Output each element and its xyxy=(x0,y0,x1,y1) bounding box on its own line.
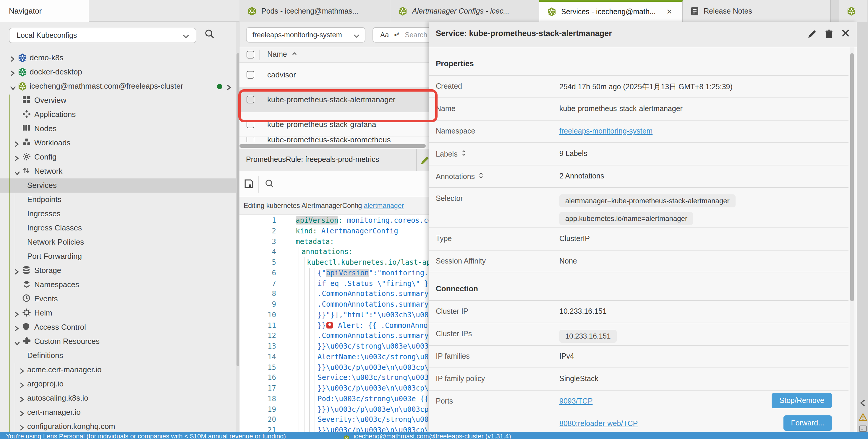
sidebar-item-nodes[interactable]: Nodes xyxy=(0,122,236,136)
sidebar-item-label: Network xyxy=(34,166,62,175)
select-all-checkbox[interactable] xyxy=(247,51,254,59)
chevron-right-icon[interactable] xyxy=(14,310,19,319)
tab-pods-icecheng-mathmas-[interactable]: Pods - icecheng@mathmas... xyxy=(240,0,390,22)
chevron-down-icon[interactable] xyxy=(14,168,20,177)
code-token: {" xyxy=(317,269,326,277)
editing-resource-link[interactable]: alertmanager xyxy=(364,202,404,209)
namespace-link[interactable]: freeleaps-monitoring-system xyxy=(559,127,652,135)
tab-services-icecheng-math-[interactable]: Services - icecheng@math...✕ xyxy=(539,0,683,22)
close-icon[interactable]: ✕ xyxy=(666,8,672,16)
sidebar-item-helm[interactable]: Helm xyxy=(0,306,236,320)
sidebar-item-endpoints[interactable]: Endpoints xyxy=(0,193,236,207)
chevron-right-icon[interactable] xyxy=(20,381,24,390)
row-checkbox[interactable] xyxy=(247,137,254,142)
chevron-right-icon[interactable] xyxy=(14,140,19,149)
sort-toggle-icon[interactable] xyxy=(478,172,484,181)
sidebar-item-argoproj-io[interactable]: argoproj.io xyxy=(0,377,236,391)
sidebar-item-workloads[interactable]: Workloads xyxy=(0,136,236,150)
sidebar-item-docker-desktop[interactable]: docker-desktop xyxy=(0,65,236,79)
sidebar-item-configuration-konghq-com[interactable]: configuration.konghq.com xyxy=(0,419,236,432)
right-edge-gutter xyxy=(857,22,868,432)
sidebar-item-ingress-classes[interactable]: Ingress Classes xyxy=(0,221,236,235)
chevron-right-icon[interactable] xyxy=(20,409,24,418)
forward--button[interactable]: Forward... xyxy=(783,415,832,431)
tab-label: Alertmanager Configs - icec... xyxy=(412,7,509,15)
code-line-13: }}\u003c/strong\u003e\u003c/h3 xyxy=(317,341,430,352)
chevron-right-icon[interactable] xyxy=(20,395,24,404)
sidebar-item-port-forwarding[interactable]: Port Forwarding xyxy=(0,249,236,264)
stop-remove-button[interactable]: Stop/Remove xyxy=(772,393,832,408)
sidebar-item-config[interactable]: Config xyxy=(0,150,236,164)
sort-ascending-icon[interactable] xyxy=(291,50,298,59)
row-checkbox[interactable] xyxy=(247,71,254,78)
horizontal-scrollbar[interactable] xyxy=(240,143,430,149)
warning-triangle-icon[interactable] xyxy=(859,413,867,424)
chevron-right-icon[interactable] xyxy=(14,325,19,333)
editor-search-icon[interactable] xyxy=(265,179,274,191)
code-token: annotations: xyxy=(302,248,353,256)
sidebar-item-ingresses[interactable]: Ingresses xyxy=(0,207,236,221)
kubeconfig-selector[interactable]: Local Kubeconfigs xyxy=(9,28,196,43)
tab-partial[interactable] xyxy=(839,0,867,22)
sidebar-item-events[interactable]: Events xyxy=(0,292,236,306)
cluster-status-text[interactable]: icecheng@mathmast.com@freeleaps-cluster … xyxy=(353,433,511,439)
search-icon[interactable] xyxy=(205,29,215,41)
sidebar-item-acme-cert-manager-io[interactable]: acme.cert-manager.io xyxy=(0,363,236,377)
config-icon xyxy=(23,153,31,163)
navigator-tab[interactable]: Navigator xyxy=(0,0,89,22)
match-case-toggle[interactable]: Aa xyxy=(380,31,389,39)
kubernetes-icon xyxy=(398,6,407,16)
sort-toggle-icon[interactable] xyxy=(461,149,467,158)
save-icon[interactable] xyxy=(244,179,254,191)
connected-status-dot xyxy=(217,84,222,89)
row-label: Namespace xyxy=(436,127,475,135)
table-row-cadvisor[interactable]: cadvisor xyxy=(240,63,430,88)
sidebar-item-applications[interactable]: Applications xyxy=(0,107,236,122)
delete-trash-icon[interactable] xyxy=(825,30,833,41)
sidebar-item-overview[interactable]: Overview xyxy=(0,93,236,107)
sidebar-item-namespaces[interactable]: Namespaces xyxy=(0,278,236,292)
port-link[interactable]: 9093/TCP xyxy=(559,397,593,405)
table-row-kube-prometheus-stack-prometheus[interactable]: kube-prometheus-stack-prometheus xyxy=(240,137,430,142)
sidebar-item-storage[interactable]: Storage xyxy=(0,264,236,278)
sidebar-item-custom-resources[interactable]: Custom Resources xyxy=(0,334,236,348)
port-link[interactable]: 8080:reloader-web/TCP xyxy=(559,419,638,428)
search-input[interactable]: Aa ▪* Search xyxy=(373,27,430,42)
line-number: 13 xyxy=(240,341,276,352)
row-value: IPv4 xyxy=(559,352,574,361)
edit-pencil-icon[interactable] xyxy=(808,30,816,41)
horizontal-scrollbar-thumb[interactable] xyxy=(240,144,426,148)
sidebar-item-definitions[interactable]: Definitions xyxy=(0,348,236,363)
chevron-right-icon[interactable] xyxy=(20,367,24,376)
sidebar-item-services[interactable]: Services xyxy=(0,178,236,193)
edit-pencil-icon[interactable] xyxy=(421,156,429,167)
chevron-right-icon[interactable] xyxy=(14,154,19,163)
regex-toggle[interactable]: ▪* xyxy=(394,31,399,39)
yaml-editor[interactable]: 1apiVersion: monitoring.coreos.com/v12ki… xyxy=(240,215,430,432)
sidebar-item-demo-k8s[interactable]: demo-k8s xyxy=(0,51,236,65)
detail-scrollbar-thumb[interactable] xyxy=(850,53,854,301)
namespace-selector[interactable]: freeleaps-monitoring-system xyxy=(246,27,365,42)
name-column-header[interactable]: Name xyxy=(267,50,287,59)
sidebar-item-label: acme.cert-manager.io xyxy=(27,365,101,374)
close-icon[interactable] xyxy=(841,29,850,40)
license-status-text: You're using Lens Personal (for individu… xyxy=(6,433,286,439)
sidebar-item-network[interactable]: Network xyxy=(0,164,236,178)
sidebar-item-network-policies[interactable]: Network Policies xyxy=(0,235,236,249)
code-line-17: }}\u003c/p\u003e\n\u003cp\u003 xyxy=(317,383,430,394)
tab-release-notes[interactable]: Release Notes xyxy=(683,0,831,22)
sidebar-item-icecheng-mathmast-com-freeleaps-cluster[interactable]: icecheng@mathmast.com@freeleaps-cluster xyxy=(0,79,236,93)
chevron-right-icon[interactable] xyxy=(20,424,24,432)
chevron-down-icon[interactable] xyxy=(10,83,16,92)
sidebar-item-cert-manager-io[interactable]: cert-manager.io xyxy=(0,405,236,419)
sidebar-item-access-control[interactable]: Access Control xyxy=(0,320,236,334)
chevron-right-icon[interactable] xyxy=(10,55,15,64)
collapse-chevron-icon[interactable] xyxy=(860,398,866,409)
chevron-right-icon[interactable] xyxy=(10,69,15,78)
sidebar-item-autoscaling-k8s-io[interactable]: autoscaling.k8s.io xyxy=(0,391,236,405)
selector-pill: alertmanager=kube-prometheus-stack-alert… xyxy=(559,194,736,207)
chevron-right-icon[interactable] xyxy=(226,83,231,92)
sidebar-item-label: autoscaling.k8s.io xyxy=(27,393,88,402)
tab-alertmanager-configs-icec-[interactable]: Alertmanager Configs - icec... xyxy=(390,0,539,22)
chevron-down-icon[interactable] xyxy=(14,339,20,347)
